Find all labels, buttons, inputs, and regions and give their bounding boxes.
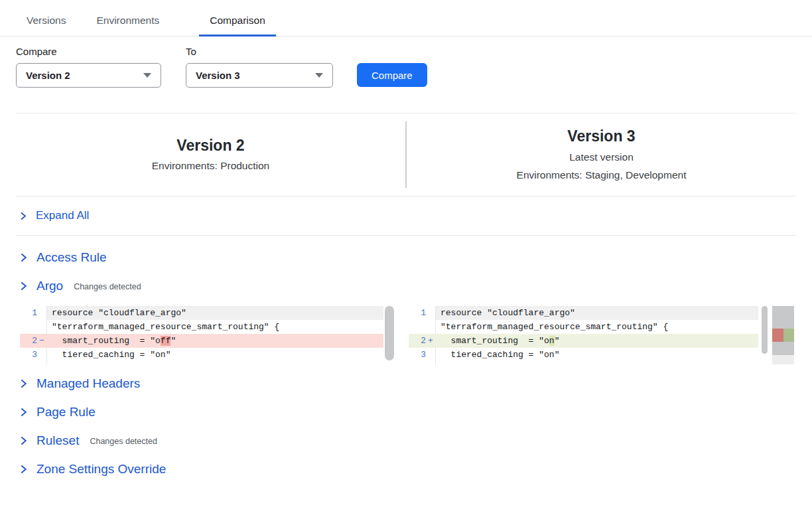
section-label: Ruleset	[36, 433, 79, 448]
argo-diff-viewer: 1 resource "cloudflare_argo" "terraform_…	[20, 306, 794, 364]
section-label: Page Rule	[36, 405, 96, 419]
code-text: "terraform_managed_resource_smart_routin…	[435, 320, 758, 334]
tab-bar: Versions Environments Comparison	[0, 0, 812, 37]
chevron-right-icon	[19, 465, 28, 474]
code-text: }	[435, 362, 758, 364]
diff-line-wrap: "terraform_managed_resource_smart_routin…	[20, 320, 383, 334]
section-label: Zone Settings Override	[36, 462, 166, 477]
compare-from-value: Version 2	[26, 70, 70, 81]
tab-versions[interactable]: Versions	[16, 12, 76, 36]
chevron-right-icon	[19, 408, 28, 417]
diff-line-wrap: "terraform_managed_resource_smart_routin…	[409, 320, 758, 334]
code-text: }	[46, 362, 383, 364]
code-text: resource "cloudflare_argo"	[435, 306, 758, 320]
minimap-addition-marker	[783, 329, 795, 342]
changes-detected-badge: Changes detected	[74, 282, 141, 291]
diff-line: 3 tiered_caching = "on"	[409, 348, 758, 362]
chevron-right-icon	[19, 379, 28, 388]
compare-to-value: Version 3	[196, 70, 240, 81]
diff-line-removed: 2− smart_routing = "off"	[20, 334, 383, 348]
left-version-environments: Environments: Production	[152, 159, 269, 173]
diff-line: 3 tiered_caching = "on"	[20, 348, 383, 362]
chevron-right-icon	[19, 253, 28, 262]
section-zone-settings-override[interactable]: Zone Settings Override	[19, 456, 812, 483]
expand-all-button[interactable]: Expand All	[19, 196, 812, 235]
minimap-track	[772, 306, 794, 355]
section-argo[interactable]: Argo Changes detected	[19, 273, 812, 299]
minimap-change-band	[772, 329, 794, 342]
expand-all-label: Expand All	[36, 209, 89, 222]
divider	[16, 235, 796, 236]
compare-to-group: To Version 3	[186, 46, 333, 88]
removed-marker: −	[37, 334, 46, 348]
chevron-right-icon	[19, 436, 28, 445]
line-number: 2	[409, 334, 426, 348]
compare-from-label: Compare	[16, 46, 161, 57]
right-pane-scrollbar[interactable]	[760, 306, 769, 364]
removed-word-highlight: ff	[161, 336, 171, 346]
compare-controls: Compare Version 2 To Version 3 Compare	[16, 46, 796, 88]
code-text: tiered_caching = "on"	[46, 348, 383, 362]
minimap-deletion-marker	[772, 329, 783, 342]
compare-from-select[interactable]: Version 2	[16, 63, 161, 88]
chevron-down-icon	[315, 73, 323, 78]
line-number: 3	[20, 348, 37, 362]
diff-line: 1 resource "cloudflare_argo"	[20, 306, 383, 320]
chevron-right-icon	[19, 212, 27, 220]
code-text: smart_routing = "off"	[46, 334, 383, 348]
diff-right-pane: 1 resource "cloudflare_argo" "terraform_…	[409, 306, 794, 364]
code-text: smart_routing = "on"	[435, 334, 758, 348]
right-version-title: Version 3	[567, 127, 635, 147]
tab-comparison[interactable]: Comparison	[199, 12, 276, 36]
code-text: tiered_caching = "on"	[435, 348, 758, 362]
tab-environments[interactable]: Environments	[86, 12, 170, 36]
diff-line: }	[409, 362, 758, 364]
section-label: Access Rule	[36, 250, 107, 265]
diff-right-code: 1 resource "cloudflare_argo" "terraform_…	[409, 306, 758, 364]
compare-to-select[interactable]: Version 3	[186, 63, 333, 88]
added-marker: +	[426, 334, 435, 348]
minimap-footer	[772, 355, 794, 364]
right-version-header: Version 3 Latest version Environments: S…	[407, 113, 796, 196]
diff-left-code: 1 resource "cloudflare_argo" "terraform_…	[20, 306, 383, 364]
added-word-highlight: n	[549, 336, 555, 346]
line-number: 1	[20, 306, 37, 320]
compare-to-label: To	[186, 46, 333, 57]
chevron-right-icon	[19, 281, 28, 291]
line-number: 2	[20, 334, 37, 348]
diff-overview-minimap[interactable]	[772, 306, 794, 364]
line-number: 1	[409, 306, 426, 320]
line-number: 3	[409, 348, 426, 362]
version-headers: Version 2 Environments: Production Versi…	[16, 113, 796, 196]
sections-list: Access Rule Argo Changes detected 1 reso…	[0, 244, 812, 483]
diff-left-pane: 1 resource "cloudflare_argo" "terraform_…	[20, 306, 395, 364]
section-managed-headers[interactable]: Managed Headers	[19, 370, 812, 397]
section-label: Managed Headers	[36, 376, 140, 391]
section-page-rule[interactable]: Page Rule	[19, 399, 812, 425]
right-version-environments: Environments: Staging, Development	[517, 169, 687, 183]
compare-from-group: Compare Version 2	[16, 46, 161, 88]
code-text: resource "cloudflare_argo"	[46, 306, 383, 320]
right-version-subtitle: Latest version	[569, 151, 634, 165]
compare-button[interactable]: Compare	[357, 63, 427, 87]
diff-line: }	[20, 362, 383, 364]
left-version-header: Version 2 Environments: Production	[16, 113, 405, 196]
changes-detected-badge: Changes detected	[90, 437, 157, 446]
section-access-rule[interactable]: Access Rule	[19, 244, 812, 271]
left-version-title: Version 2	[176, 136, 244, 156]
diff-line-added: 2+ smart_routing = "on"	[409, 334, 758, 348]
section-ruleset[interactable]: Ruleset Changes detected	[19, 427, 812, 454]
section-label: Argo	[36, 279, 63, 293]
left-pane-scrollbar[interactable]	[383, 306, 395, 364]
code-text: "terraform_managed_resource_smart_routin…	[46, 320, 383, 334]
chevron-down-icon	[143, 73, 151, 78]
diff-line: 1 resource "cloudflare_argo"	[409, 306, 758, 320]
